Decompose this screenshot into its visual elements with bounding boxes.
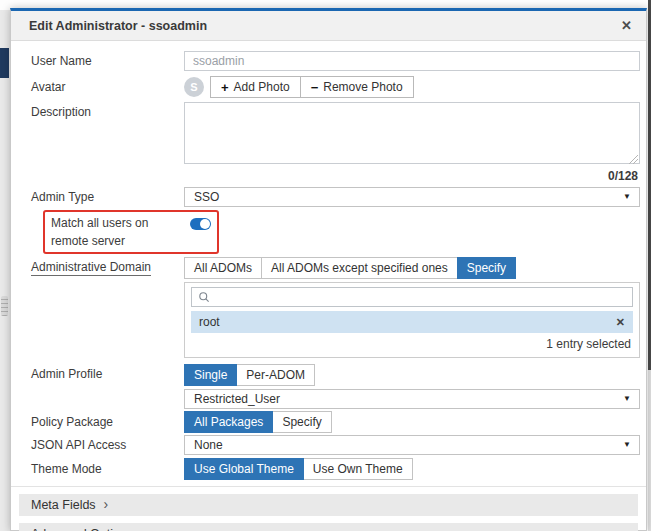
description-label: Description [31,102,184,119]
json-api-access-select[interactable]: None ▼ [184,435,640,455]
match-remote-row: Match all users on remote server [31,210,640,254]
admin-profile-select[interactable]: Restricted_User ▼ [184,389,640,409]
theme-mode-row: Theme Mode Use Global Theme Use Own Them… [31,458,640,480]
adom-selection-summary: 1 entry selected [191,335,633,353]
theme-mode-label: Theme Mode [31,462,184,476]
json-api-access-value: None [194,438,223,452]
close-icon[interactable]: ✕ [621,19,632,32]
background-page-edge [0,0,10,531]
admin-profile-value: Restricted_User [194,392,280,406]
admin-type-row: Admin Type SSO ▼ [31,187,640,207]
remove-photo-button[interactable]: − Remove Photo [300,77,413,97]
policy-package-row: Policy Package All Packages Specify [31,411,640,433]
plus-icon: + [221,80,229,95]
caret-down-icon: ▼ [623,192,631,201]
admin-profile-row: Admin Profile Single Per-ADOM Restricted… [31,364,640,409]
adom-entry-name: root [199,315,616,329]
sidebar-grip-handle[interactable] [1,296,8,316]
edit-administrator-dialog: Edit Administrator - ssoadmin ✕ User Nam… [10,8,647,531]
user-name-row: User Name [31,51,640,71]
description-textarea[interactable] [184,102,640,164]
adom-search-input[interactable] [191,287,633,307]
description-row: Description 0/128 [31,102,640,187]
match-remote-label: Match all users on remote server [51,214,182,250]
collapsible-sections: Meta Fields › Advanced Options › [11,486,646,531]
background-navy-block [0,48,9,78]
policy-option-all[interactable]: All Packages [184,411,273,433]
avatar-label: Avatar [31,80,184,94]
adom-picker-panel: root ✕ 1 entry selected [184,282,640,358]
theme-option-own[interactable]: Use Own Theme [303,458,413,480]
profile-option-single[interactable]: Single [184,364,237,386]
adom-option-specify[interactable]: Specify [457,257,516,279]
search-icon [198,291,210,303]
remove-photo-label: Remove Photo [323,80,402,94]
adom-option-except[interactable]: All ADOMs except specified ones [261,257,458,279]
adom-entry-root[interactable]: root ✕ [191,311,633,333]
add-photo-label: Add Photo [234,80,290,94]
resize-grip-icon[interactable] [629,155,638,164]
add-photo-button[interactable]: + Add Photo [211,77,300,97]
remove-entry-icon[interactable]: ✕ [616,316,625,329]
match-remote-toggle[interactable] [190,218,211,230]
chevron-right-icon: › [104,497,109,511]
toggle-knob [200,219,210,229]
avatar-row: Avatar S + Add Photo − Remove Photo [31,76,640,98]
adom-option-all[interactable]: All ADOMs [184,257,262,279]
caret-down-icon: ▼ [623,394,631,403]
theme-mode-segmented-control: Use Global Theme Use Own Theme [184,458,413,480]
profile-option-per-adom[interactable]: Per-ADOM [236,364,315,386]
policy-option-specify[interactable]: Specify [272,411,331,433]
background-top [0,0,10,10]
json-api-access-label: JSON API Access [31,438,184,452]
description-char-counter: 0/128 [184,167,640,187]
meta-fields-label: Meta Fields [31,498,96,512]
advanced-options-section[interactable]: Advanced Options › [19,523,638,531]
theme-option-global[interactable]: Use Global Theme [184,458,304,480]
administrative-domain-row: Administrative Domain All ADOMs All ADOM… [31,257,640,358]
caret-down-icon: ▼ [623,440,631,449]
chevron-right-icon: › [141,526,146,531]
admin-type-select[interactable]: SSO ▼ [184,187,640,207]
admin-type-value: SSO [194,190,219,204]
policy-package-label: Policy Package [31,415,184,429]
photo-button-group: + Add Photo − Remove Photo [210,76,414,98]
minus-icon: − [311,80,319,95]
administrative-domain-label: Administrative Domain [31,260,151,276]
user-name-input[interactable] [184,51,640,71]
json-api-access-row: JSON API Access None ▼ [31,435,640,455]
dialog-header: Edit Administrator - ssoadmin ✕ [11,11,646,41]
advanced-options-label: Advanced Options [31,527,133,531]
admin-type-label: Admin Type [31,190,184,204]
meta-fields-section[interactable]: Meta Fields › [19,494,638,516]
admin-profile-segmented-control: Single Per-ADOM [184,364,315,386]
user-name-label: User Name [31,54,184,68]
avatar: S [184,77,204,97]
policy-package-segmented-control: All Packages Specify [184,411,332,433]
dialog-body: User Name Avatar S + Add Photo − [11,41,646,480]
dialog-title: Edit Administrator - ssoadmin [29,19,621,33]
admin-profile-label: Admin Profile [31,364,184,381]
adom-segmented-control: All ADOMs All ADOMs except specified one… [184,257,516,279]
annotation-highlight-box: Match all users on remote server [43,210,219,254]
